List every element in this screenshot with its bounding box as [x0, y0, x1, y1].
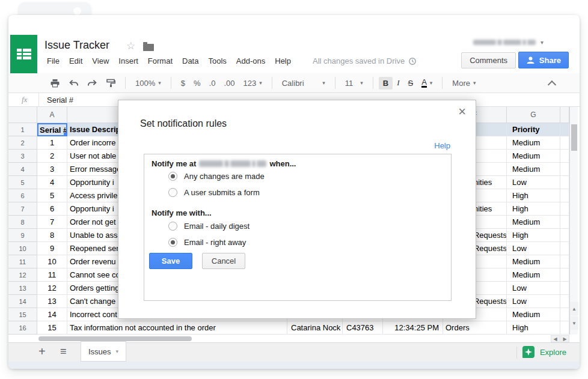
cell-H1[interactable]: [560, 123, 569, 136]
radio-selected-icon[interactable]: [168, 238, 177, 247]
row-header-6[interactable]: 6: [8, 189, 37, 202]
cell-B16[interactable]: Tax information not accounted in the ord…: [67, 321, 287, 335]
account-email-redacted[interactable]: ▾: [473, 39, 544, 46]
radio-unselected-icon[interactable]: [168, 222, 177, 231]
cell-G8[interactable]: Medium: [507, 216, 560, 229]
font-size-select[interactable]: 11▾: [341, 77, 367, 89]
cell-G11[interactable]: Medium: [507, 255, 560, 268]
redo-button[interactable]: [83, 77, 102, 89]
sheets-logo-icon[interactable]: [10, 35, 37, 73]
cell-H14[interactable]: [560, 295, 569, 308]
cell-G6[interactable]: High: [507, 189, 560, 202]
save-button[interactable]: Save: [149, 253, 192, 269]
cell-G13[interactable]: Low: [507, 282, 560, 295]
radio-option-email-right-away[interactable]: Email - right away: [168, 238, 246, 247]
cell-H5[interactable]: [560, 176, 569, 189]
cell-H13[interactable]: [560, 282, 569, 295]
scroll-left-icon[interactable]: ◀: [551, 335, 560, 342]
cell-G2[interactable]: Medium: [507, 136, 560, 150]
cell-C16[interactable]: Catarina Nock: [287, 321, 343, 335]
cell-H4[interactable]: [560, 163, 569, 176]
cell-A6[interactable]: 5: [37, 189, 67, 202]
zoom-select[interactable]: 100%▾: [131, 77, 165, 89]
all-sheets-icon[interactable]: ≡: [60, 345, 67, 358]
format-currency-button[interactable]: $: [177, 77, 189, 89]
menu-insert[interactable]: Insert: [118, 56, 138, 65]
cell-A12[interactable]: 11: [37, 268, 67, 282]
radio-option-a-user-submits-a-form[interactable]: A user submits a form: [168, 188, 260, 197]
row-header-3[interactable]: 3: [8, 150, 37, 163]
close-icon[interactable]: ×: [458, 105, 466, 118]
cell-H10[interactable]: [560, 242, 569, 255]
cell-A7[interactable]: 6: [37, 202, 67, 216]
add-sheet-icon[interactable]: +: [38, 345, 46, 359]
scroll-up-icon[interactable]: ▲: [570, 302, 578, 315]
vertical-scrollbar-thumb[interactable]: [571, 124, 577, 151]
document-title[interactable]: Issue Tracker: [44, 39, 109, 52]
row-header-14[interactable]: 14: [8, 295, 37, 308]
row-header-1[interactable]: 1: [8, 123, 37, 136]
cancel-button[interactable]: Cancel: [202, 253, 245, 269]
row-header-16[interactable]: 16: [8, 321, 37, 335]
scroll-right-icon[interactable]: ▶: [560, 335, 569, 342]
cell-E16[interactable]: 12:34:25 PM: [383, 321, 443, 335]
increase-decimal-button[interactable]: .00: [219, 77, 239, 89]
cell-G5[interactable]: Low: [507, 176, 560, 189]
paint-format-button[interactable]: [102, 77, 120, 89]
cell-G3[interactable]: Medium: [507, 150, 560, 163]
menu-view[interactable]: View: [92, 56, 109, 65]
cell-A10[interactable]: 9: [37, 242, 67, 255]
menu-help[interactable]: Help: [275, 56, 291, 65]
cell-H2[interactable]: [560, 136, 569, 150]
menu-format[interactable]: Format: [148, 56, 173, 65]
cell-G16[interactable]: High: [507, 321, 560, 335]
number-format-select[interactable]: 123▾: [239, 77, 266, 89]
cell-A15[interactable]: 14: [37, 308, 67, 321]
column-header-A[interactable]: A: [37, 107, 67, 123]
radio-option-email-daily-digest[interactable]: Email - daily digest: [168, 222, 250, 231]
explore-button[interactable]: Explore: [522, 346, 566, 358]
history-icon[interactable]: [408, 57, 417, 65]
radio-selected-icon[interactable]: [168, 172, 177, 181]
undo-button[interactable]: [64, 77, 83, 89]
cell-A8[interactable]: 7: [37, 216, 67, 229]
more-button[interactable]: More▾: [448, 77, 480, 89]
menu-file[interactable]: File: [47, 56, 60, 65]
cell-G4[interactable]: Medium: [507, 163, 560, 176]
menu-addons[interactable]: Add-ons: [236, 56, 265, 65]
menu-data[interactable]: Data: [182, 56, 198, 65]
formula-bar-value[interactable]: Serial #: [47, 96, 73, 105]
cell-G15[interactable]: Medium: [507, 308, 560, 321]
cell-A3[interactable]: 2: [37, 150, 67, 163]
horizontal-scrollbar-thumb[interactable]: [38, 336, 192, 341]
cell-A11[interactable]: 10: [37, 255, 67, 268]
row-header-5[interactable]: 5: [8, 176, 37, 189]
radio-option-any-changes-are-made[interactable]: Any changes are made: [168, 172, 265, 181]
cell-G12[interactable]: Medium: [507, 268, 560, 282]
menu-edit[interactable]: Edit: [69, 56, 82, 65]
decrease-decimal-button[interactable]: .0: [205, 77, 220, 89]
cell-H6[interactable]: [560, 189, 569, 202]
cell-H11[interactable]: [560, 255, 569, 268]
column-header-sliver[interactable]: [560, 107, 569, 123]
row-header-7[interactable]: 7: [8, 202, 37, 216]
strikethrough-button[interactable]: S: [403, 77, 417, 89]
cell-H8[interactable]: [560, 216, 569, 229]
row-header-15[interactable]: 15: [8, 308, 37, 321]
cell-A1[interactable]: Serial #: [37, 123, 67, 136]
cell-G7[interactable]: High: [507, 202, 560, 216]
cell-A14[interactable]: 13: [37, 295, 67, 308]
cell-H3[interactable]: [560, 150, 569, 163]
grid-corner[interactable]: [8, 107, 37, 123]
print-button[interactable]: [46, 77, 64, 89]
cell-A5[interactable]: 4: [37, 176, 67, 189]
radio-unselected-icon[interactable]: [168, 188, 177, 197]
cell-D16[interactable]: C43763: [343, 321, 383, 335]
bold-button[interactable]: B: [379, 77, 393, 89]
cell-A4[interactable]: 3: [37, 163, 67, 176]
row-header-12[interactable]: 12: [8, 268, 37, 282]
cell-H16[interactable]: [560, 321, 569, 335]
cell-A2[interactable]: 1: [37, 136, 67, 150]
cell-G14[interactable]: Low: [507, 295, 560, 308]
italic-button[interactable]: I: [393, 76, 403, 89]
